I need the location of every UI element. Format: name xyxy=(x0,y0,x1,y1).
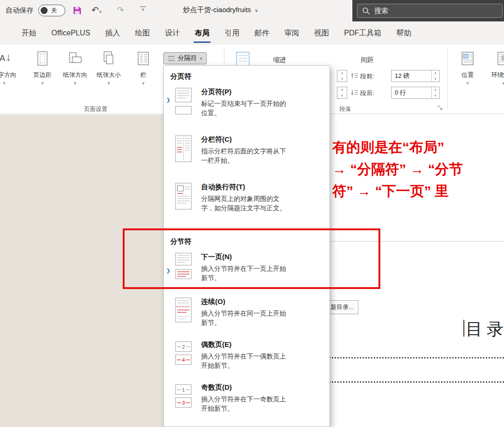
svg-text:A: A xyxy=(0,54,5,63)
paragraph-dialog-launcher-icon[interactable] xyxy=(438,105,443,111)
chevron-down-icon: ∨ xyxy=(74,81,77,85)
new-toc-button[interactable]: 新目录... xyxy=(326,300,358,314)
breaks-button[interactable]: 分隔符 ∨ xyxy=(163,52,207,64)
undo-icon[interactable]: ↶∨ xyxy=(91,5,102,17)
menu-item-odd-page[interactable]: 13 奇数页(D) 插入分节符并在下一奇数页上开始新节。 xyxy=(164,379,329,421)
space-before-icon xyxy=(351,72,358,79)
search-input[interactable]: 搜索 xyxy=(357,4,503,18)
tab-layout[interactable]: 布局 xyxy=(195,21,210,45)
wrap-text-button[interactable]: 环绕文字 ∨ xyxy=(487,49,504,94)
toc-heading: 目 录 xyxy=(466,318,504,341)
menu-item-column-break[interactable]: 分栏符(C) 指示分栏符后面的文字将从下一栏开始。 xyxy=(164,131,329,178)
chevron-down-icon: ∨ xyxy=(466,81,469,85)
odd-page-break-icon: 13 xyxy=(173,383,195,410)
break-marker-icon: ❯ xyxy=(166,268,170,274)
chevron-down-icon: ∨ xyxy=(200,56,203,61)
svg-text:1: 1 xyxy=(182,387,185,393)
breaks-dropdown-menu: 分页符 ❯ 分页符(P) 标记一页结束与下一页开始的位置。 分栏符(C) 指示分… xyxy=(163,65,330,427)
menu-item-page-break[interactable]: ❯ 分页符(P) 标记一页结束与下一页开始的位置。 xyxy=(164,83,329,131)
svg-text:3: 3 xyxy=(182,400,185,406)
indent-left-spinner[interactable]: ∧∨ xyxy=(337,70,347,82)
search-panel: 搜索 xyxy=(351,0,504,21)
paper-size-button[interactable]: 纸张大小 ∨ xyxy=(92,49,125,94)
tab-references[interactable]: 引用 xyxy=(224,21,239,45)
toc-dot-leader xyxy=(329,381,504,383)
autosave-toggle[interactable]: 关 xyxy=(38,5,65,16)
tab-insert[interactable]: 插入 xyxy=(105,21,120,45)
tab-pdf-tools[interactable]: PDF工具箱 xyxy=(344,21,381,45)
chevron-down-icon: ∨ xyxy=(142,81,145,85)
space-after-field[interactable]: 0 行 ∧∨ xyxy=(391,87,440,99)
title-chevron-icon: ∨ xyxy=(255,8,258,13)
autosave-label: 自动保存 xyxy=(6,6,34,15)
orientation-icon xyxy=(68,49,82,68)
space-after-icon xyxy=(351,89,358,96)
next-page-break-icon xyxy=(173,253,195,280)
text-direction-button[interactable]: A 文字方向 ∨ xyxy=(0,49,21,94)
chevron-down-icon: ∨ xyxy=(502,81,504,85)
continuous-break-icon xyxy=(173,297,195,324)
margins-button[interactable]: 页边距 ∨ xyxy=(26,49,59,94)
text-cursor xyxy=(463,320,464,337)
space-before-stepper[interactable]: ∧∨ xyxy=(431,70,439,82)
svg-text:2: 2 xyxy=(182,344,185,350)
section-breaks-header: 分节符 xyxy=(164,234,329,248)
redo-icon[interactable]: ↷ xyxy=(117,5,124,16)
menu-item-text-wrapping-break[interactable]: 自动换行符(T) 分隔网页上的对象周围的文字，如分隔题注文字与正文。 xyxy=(164,178,329,226)
orientation-button[interactable]: 纸张方向 ∨ xyxy=(59,49,91,94)
text-wrapping-break-icon xyxy=(173,183,195,210)
wrap-text-icon xyxy=(497,49,504,68)
tab-officeplus[interactable]: OfficePLUS xyxy=(51,21,90,45)
tab-design[interactable]: 设计 xyxy=(165,21,180,45)
tab-home[interactable]: 开始 xyxy=(21,21,36,45)
chevron-down-icon: ∨ xyxy=(41,81,44,85)
menu-item-continuous[interactable]: 连续(O) 插入分节符并在同一页上开始新节。 xyxy=(164,293,329,336)
search-icon xyxy=(362,7,370,15)
columns-icon xyxy=(136,49,150,68)
page-setup-group-label: 页面设置 xyxy=(56,105,135,113)
ribbon-tab-bar: 开始 OfficePLUS 插入 绘图 设计 布局 引用 邮件 审阅 视图 PD… xyxy=(0,21,504,45)
indent-right-spinner[interactable]: ∧∨ xyxy=(337,87,347,99)
annotation-line-1: 有的则是在“布局” xyxy=(332,138,500,157)
tab-review[interactable]: 审阅 xyxy=(284,21,299,45)
paper-size-icon xyxy=(102,49,116,68)
column-break-icon xyxy=(173,135,195,162)
space-before-label: 段前: xyxy=(360,72,374,81)
tab-mailings[interactable]: 邮件 xyxy=(254,21,269,45)
annotation-line-2: → “分隔符” → “分节 xyxy=(332,160,500,179)
tab-view[interactable]: 视图 xyxy=(314,21,329,45)
document-title[interactable]: 炒点干货-ciaodryfruits∨ xyxy=(183,6,258,14)
group-separator xyxy=(447,48,448,109)
search-label: 搜索 xyxy=(374,7,388,15)
menu-item-even-page[interactable]: 24 偶数页(E) 插入分节符并在下一偶数页上开始新节。 xyxy=(164,336,329,379)
text-direction-icon: A xyxy=(0,49,11,68)
save-icon[interactable] xyxy=(72,6,82,15)
svg-text:4: 4 xyxy=(182,357,185,363)
title-bar: 自动保存 关 ↶∨ ↷ ∨ 炒点干货-ciaodryfruits∨ 搜索 xyxy=(0,0,504,21)
chevron-down-icon: ∨ xyxy=(3,81,6,85)
margins-icon xyxy=(35,49,49,68)
space-after-label: 段后: xyxy=(360,89,374,97)
breaks-icon xyxy=(168,55,175,62)
spacing-label: 间距 xyxy=(361,56,374,64)
annotation-line-3: 符” → “下一页” 里 xyxy=(332,182,500,201)
menu-separator xyxy=(165,227,329,232)
toggle-knob-icon xyxy=(41,7,48,14)
page-breaks-header: 分页符 xyxy=(164,69,329,83)
chevron-down-icon: ∨ xyxy=(107,81,111,85)
position-button[interactable]: 位置 ∨ xyxy=(454,49,482,94)
tab-draw[interactable]: 绘图 xyxy=(135,21,150,45)
more-commands-icon[interactable]: ∨ xyxy=(140,7,146,12)
indent-label: 缩进 xyxy=(273,56,286,64)
autosave-state: 关 xyxy=(51,7,57,15)
even-page-break-icon: 24 xyxy=(173,340,195,367)
toc-dot-leader xyxy=(329,357,504,358)
columns-button[interactable]: 栏 ∨ xyxy=(131,49,156,94)
position-icon xyxy=(461,49,475,68)
page-break-icon xyxy=(173,88,195,115)
space-after-stepper[interactable]: ∧∨ xyxy=(431,87,439,98)
menu-item-next-page[interactable]: ❯ 下一页(N) 插入分节符并在下一页上开始新节。 xyxy=(164,248,329,293)
tab-help[interactable]: 帮助 xyxy=(396,21,411,45)
space-before-field[interactable]: 12 磅 ∧∨ xyxy=(391,70,440,82)
break-marker-icon: ❯ xyxy=(166,97,170,103)
